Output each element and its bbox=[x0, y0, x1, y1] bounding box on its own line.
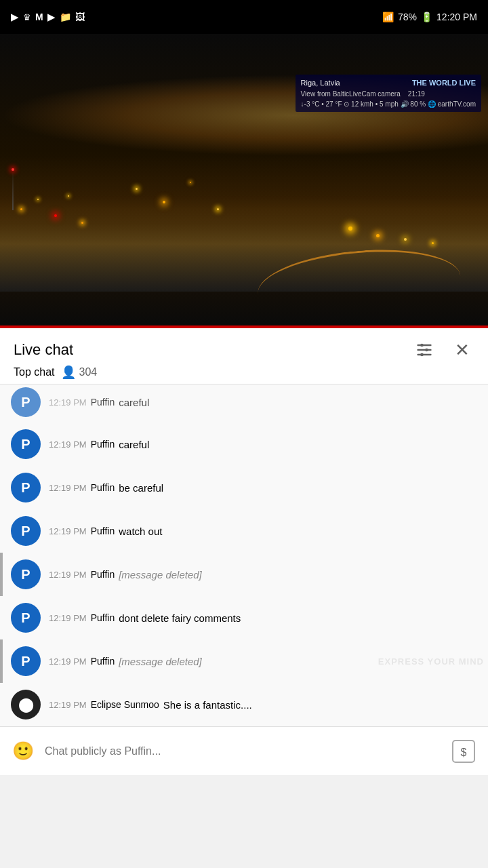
video-time: 21:19 bbox=[408, 90, 425, 98]
msg-text-4: watch out bbox=[119, 526, 162, 537]
status-bar: ▶ ♛ M ▶ 📁 🖼 📶 78% 🔋 12:20 PM bbox=[0, 0, 488, 34]
chat-message-4: P 12:19 PM Puffin watch out bbox=[0, 509, 488, 553]
chat-messages-list: P 12:19 PM Puffin careful P 12:19 PM Puf… bbox=[0, 384, 488, 726]
mastodon-icon: M bbox=[35, 12, 43, 22]
chat-header: Live chat ✕ Top chat bbox=[0, 328, 488, 384]
svg-point-4 bbox=[425, 349, 428, 352]
video-progress-bar[interactable] bbox=[0, 326, 488, 328]
msg-content-8: 12:19 PM Eclipse Sunmoo She is a fantast… bbox=[49, 699, 477, 711]
video-player[interactable]: Riga, Latvia THE WORLD LIVE View from Ba… bbox=[0, 34, 488, 326]
camera-label: View from BalticLiveCam camera bbox=[301, 90, 401, 98]
svg-point-5 bbox=[420, 353, 424, 357]
weather-info: ↓-3 °C • 27 °F ⊙ 12 kmh • 5 mph 🔊 80 % 🌐… bbox=[301, 99, 476, 109]
msg-content-5: 12:19 PM Puffin [message deleted] bbox=[49, 569, 477, 580]
crown-icon: ♛ bbox=[23, 12, 31, 22]
chat-message-3: P 12:19 PM Puffin be careful bbox=[0, 466, 488, 509]
msg-content-1: 12:19 PM Puffin careful bbox=[49, 397, 477, 408]
video-info-overlay: Riga, Latvia THE WORLD LIVE View from Ba… bbox=[296, 75, 481, 112]
msg-username-5: Puffin bbox=[91, 569, 115, 580]
avatar-1: P bbox=[11, 387, 41, 417]
msg-text-2: careful bbox=[119, 439, 149, 450]
brand-text: THE WORLD LIVE bbox=[412, 77, 476, 89]
avatar-4: P bbox=[11, 516, 41, 546]
chat-message-7: P 12:19 PM Puffin [message deleted] EXPR… bbox=[0, 639, 488, 683]
top-chat-label: Top chat bbox=[14, 366, 54, 378]
msg-time-2: 12:19 PM bbox=[49, 439, 87, 450]
msg-text-3: be careful bbox=[119, 482, 163, 494]
chat-title: Live chat bbox=[14, 341, 73, 359]
folder-icon: 📁 bbox=[60, 12, 71, 22]
msg-username-3: Puffin bbox=[91, 482, 115, 493]
chat-header-icons: ✕ bbox=[412, 338, 474, 362]
msg-content-6: 12:19 PM Puffin dont delete fairy commen… bbox=[49, 612, 477, 624]
status-left-icons: ▶ ♛ M ▶ 📁 🖼 bbox=[11, 11, 85, 23]
avatar-3: P bbox=[11, 473, 41, 502]
msg-text-5: [message deleted] bbox=[119, 569, 202, 580]
msg-content-2: 12:19 PM Puffin careful bbox=[49, 439, 477, 450]
msg-time-3: 12:19 PM bbox=[49, 483, 87, 493]
msg-time-8: 12:19 PM bbox=[49, 700, 87, 710]
msg-text-1: careful bbox=[119, 397, 149, 408]
msg-username-2: Puffin bbox=[91, 439, 115, 450]
chat-message-5: P 12:19 PM Puffin [message deleted] bbox=[0, 553, 488, 596]
viewer-count: 👤 304 bbox=[61, 365, 97, 380]
emoji-button[interactable]: 🙂 bbox=[9, 738, 37, 765]
wifi-icon: 📶 bbox=[382, 12, 394, 22]
battery-text: 78% bbox=[398, 12, 417, 22]
msg-time-4: 12:19 PM bbox=[49, 526, 87, 536]
battery-icon: 🔋 bbox=[421, 12, 432, 22]
msg-time-5: 12:19 PM bbox=[49, 570, 87, 580]
city-lights-layer bbox=[0, 142, 488, 264]
location-text: Riga, Latvia bbox=[301, 77, 340, 89]
avatar-7: P bbox=[11, 646, 41, 676]
avatar-2: P bbox=[11, 429, 41, 459]
msg-time-6: 12:19 PM bbox=[49, 613, 87, 623]
msg-text-7: [message deleted] bbox=[119, 656, 202, 667]
msg-content-3: 12:19 PM Puffin be careful bbox=[49, 482, 477, 494]
status-right-info: 📶 78% 🔋 12:20 PM bbox=[382, 12, 477, 22]
send-superchat-button[interactable]: $ bbox=[449, 736, 479, 766]
avatar-6: P bbox=[11, 603, 41, 633]
chat-message-1: P 12:19 PM Puffin careful bbox=[0, 384, 488, 422]
svg-point-3 bbox=[420, 344, 424, 347]
chat-message-8: ⬤ 12:19 PM Eclipse Sunmoo She is a fanta… bbox=[0, 683, 488, 726]
people-icon: 👤 bbox=[61, 365, 76, 380]
gallery-icon: 🖼 bbox=[75, 12, 85, 22]
time-display: 12:20 PM bbox=[436, 12, 477, 22]
msg-username-6: Puffin bbox=[91, 612, 115, 623]
msg-username-8: Eclipse Sunmoo bbox=[91, 699, 159, 710]
live-chat-panel: Live chat ✕ Top chat bbox=[0, 328, 488, 775]
close-button[interactable]: ✕ bbox=[450, 338, 474, 362]
msg-username-7: Puffin bbox=[91, 656, 115, 667]
viewer-count-number: 304 bbox=[79, 366, 97, 378]
chat-message-2: P 12:19 PM Puffin careful bbox=[0, 422, 488, 466]
filter-button[interactable] bbox=[412, 338, 436, 362]
avatar-8: ⬤ bbox=[11, 690, 41, 719]
chat-message-6: P 12:19 PM Puffin dont delete fairy comm… bbox=[0, 596, 488, 639]
chat-input-bar: 🙂 $ bbox=[0, 726, 488, 775]
msg-text-8: She is a fantastic.... bbox=[163, 699, 252, 711]
msg-time-1: 12:19 PM bbox=[49, 397, 87, 408]
msg-username-1: Puffin bbox=[91, 397, 115, 408]
avatar-5: P bbox=[11, 559, 41, 589]
youtube-icon: ▶ bbox=[11, 11, 19, 23]
msg-content-7: 12:19 PM Puffin [message deleted] EXPRES… bbox=[49, 656, 477, 667]
msg-username-4: Puffin bbox=[91, 526, 115, 536]
msg-content-4: 12:19 PM Puffin watch out bbox=[49, 526, 477, 537]
msg-time-7: 12:19 PM bbox=[49, 656, 87, 667]
watermark-text: EXPRESS YOUR MIND bbox=[378, 656, 484, 667]
svg-text:$: $ bbox=[461, 747, 467, 758]
chat-input-field[interactable] bbox=[45, 736, 441, 766]
msg-text-6: dont delete fairy comments bbox=[119, 612, 241, 624]
youtube2-icon: ▶ bbox=[47, 11, 56, 23]
